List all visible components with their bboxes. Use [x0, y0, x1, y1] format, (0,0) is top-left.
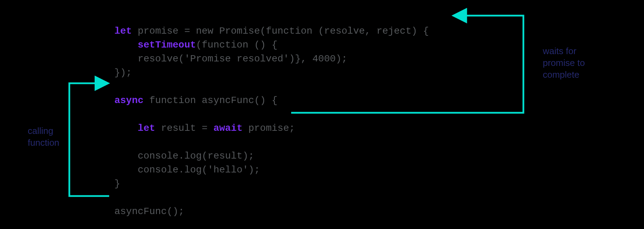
code-line-8: console.log('hello'); [114, 164, 260, 175]
code-line-5: async function asyncFunc() { [114, 95, 277, 106]
label-function: function [28, 137, 59, 148]
label-calling: calling [28, 126, 53, 136]
code-line-10: asyncFunc(); [114, 206, 184, 217]
keyword-await: await [214, 123, 243, 134]
code-line-1: let promise = new Promise(function (reso… [114, 26, 429, 36]
code-line-6: let result = await promise; [114, 123, 295, 134]
label-waits: waits for [543, 46, 576, 56]
annotation-calling-function: calling function [28, 125, 59, 149]
code-block: let promise = new Promise(function (reso… [114, 10, 429, 219]
keyword-let-2: let [138, 123, 155, 134]
keyword-let: let [114, 26, 132, 36]
function-setTimeout: setTimeout [138, 40, 196, 50]
keyword-async: async [114, 95, 143, 106]
arrow-calling-function [69, 83, 109, 196]
code-line-2: setTimeout(function () { [114, 40, 278, 50]
code-line-9: } [114, 178, 120, 189]
label-complete: complete [543, 69, 580, 80]
annotation-waits-for-promise: waits for promise to complete [543, 45, 612, 80]
code-line-4: }); [114, 67, 132, 78]
code-line-3: resolve('Promise resolved')}, 4000); [114, 53, 347, 64]
label-promise: promise to [543, 58, 585, 68]
code-line-7: console.log(result); [114, 151, 254, 161]
